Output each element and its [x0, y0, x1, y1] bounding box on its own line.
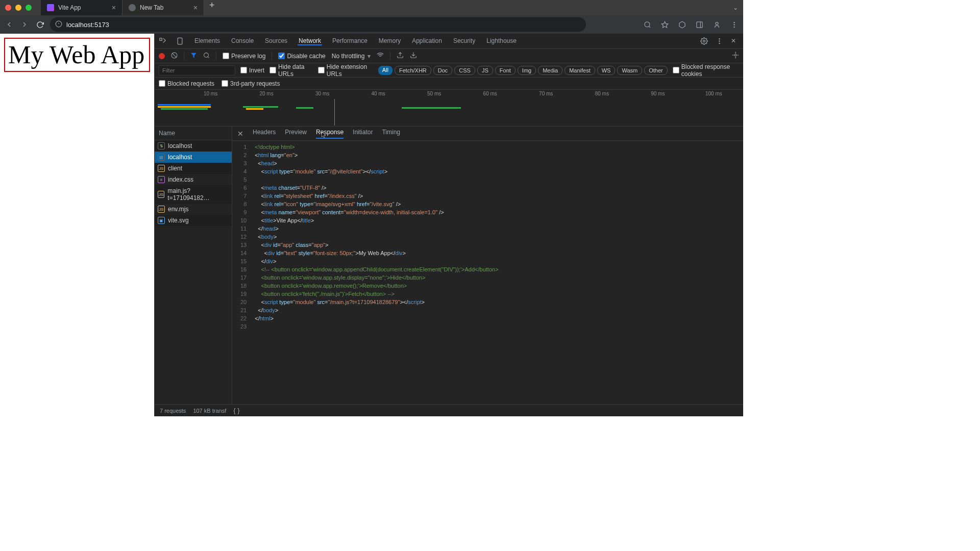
forward-button[interactable] [19, 19, 30, 30]
inspect-icon[interactable] [159, 37, 167, 45]
request-name: main.js?t=171094182… [167, 187, 229, 202]
detail-tab-initiator[interactable]: Initiator [353, 129, 373, 139]
img-file-icon: ▣ [158, 217, 165, 224]
filter-pill-img[interactable]: Img [518, 66, 536, 75]
zoom-icon[interactable] [642, 19, 652, 30]
request-name: localhost [168, 142, 192, 149]
browser-tab-active[interactable]: Vite App × [41, 0, 122, 15]
filter-pill-wasm[interactable]: Wasm [617, 66, 642, 75]
code-line: <button onclick='window.app.style.displa… [255, 273, 498, 282]
devtools-tab-sources[interactable]: Sources [264, 37, 288, 44]
close-detail-icon[interactable]: ✕ [237, 130, 243, 138]
request-row[interactable]: JSenv.mjs [155, 204, 232, 215]
request-row[interactable]: JSclient [155, 163, 232, 174]
devtools-tab-performance[interactable]: Performance [331, 37, 369, 44]
devtools-panel: ElementsConsoleSourcesNetworkPerformance… [154, 34, 743, 416]
request-row[interactable]: ▣vite.svg [155, 215, 232, 226]
search-icon[interactable] [203, 52, 210, 60]
browser-tab[interactable]: New Tab × [122, 0, 204, 15]
tab-overflow-icon[interactable]: ⌄ [733, 4, 738, 11]
close-devtools-icon[interactable]: ✕ [731, 37, 739, 45]
detail-tab-response[interactable]: Response [316, 129, 344, 139]
svg-point-16 [719, 38, 720, 39]
request-row[interactable]: JSmain.js?t=171094182… [155, 185, 232, 204]
filter-pill-font[interactable]: Font [495, 66, 516, 75]
new-tab-button[interactable]: + [204, 0, 220, 15]
detail-tab-headers[interactable]: Headers [253, 129, 276, 139]
tab-close-icon[interactable]: × [112, 4, 116, 12]
window-minimize-button[interactable] [15, 5, 21, 11]
filter-pill-ws[interactable]: WS [597, 66, 616, 75]
invert-checkbox[interactable]: Invert [240, 67, 264, 74]
format-icon[interactable]: { } [233, 407, 239, 414]
preserve-log-checkbox[interactable]: Preserve log [223, 53, 265, 60]
filter-toggle-icon[interactable] [190, 52, 197, 60]
devtools-tab-elements[interactable]: Elements [193, 37, 221, 44]
back-button[interactable] [4, 19, 14, 30]
filter-pill-fetchxhr[interactable]: Fetch/XHR [395, 66, 431, 75]
devtools-tab-network[interactable]: Network [298, 37, 322, 45]
devtools-tab-memory[interactable]: Memory [378, 37, 402, 44]
blocked-requests-checkbox[interactable]: Blocked requests [159, 80, 214, 87]
clear-icon[interactable] [171, 52, 178, 60]
filter-pill-manifest[interactable]: Manifest [565, 66, 595, 75]
timeline-tick: 70 ms [539, 91, 553, 96]
blocked-cookies-checkbox[interactable]: Blocked response cookies [673, 63, 739, 78]
tab-close-icon[interactable]: × [193, 4, 198, 12]
import-har-icon[interactable] [397, 52, 404, 60]
network-timeline[interactable]: 10 ms20 ms30 ms40 ms50 ms60 ms70 ms80 ms… [155, 90, 743, 127]
devtools-tab-console[interactable]: Console [230, 37, 255, 44]
network-filter-row-2: Blocked requests 3rd-party requests [155, 78, 743, 90]
hide-ext-urls-checkbox[interactable]: Hide extension URLs [318, 63, 373, 78]
profile-icon[interactable] [712, 19, 722, 30]
disable-cache-checkbox[interactable]: Disable cache [278, 53, 325, 60]
window-close-button[interactable] [5, 5, 11, 11]
request-name: env.mjs [168, 206, 188, 213]
timeline-tick: 60 ms [483, 91, 497, 96]
third-party-checkbox[interactable]: 3rd-party requests [222, 80, 280, 87]
code-line: </html> [255, 314, 498, 322]
device-toggle-icon[interactable] [176, 37, 184, 45]
filter-pill-all[interactable]: All [378, 66, 393, 75]
detail-tab-preview[interactable]: Preview [285, 129, 307, 139]
devtools-tab-security[interactable]: Security [452, 37, 476, 44]
network-settings-icon[interactable] [732, 52, 739, 60]
code-line: <script type="module" src="/main.js?t=17… [255, 298, 498, 306]
record-button[interactable] [159, 53, 165, 59]
detail-tab-timing[interactable]: Timing [382, 129, 400, 139]
filter-pill-css[interactable]: CSS [454, 66, 475, 75]
export-har-icon[interactable] [410, 52, 417, 60]
settings-icon[interactable] [700, 37, 708, 45]
hide-data-urls-checkbox[interactable]: Hide data URLs [270, 63, 313, 78]
site-info-icon[interactable] [55, 20, 62, 29]
filter-pill-js[interactable]: JS [477, 66, 493, 75]
menu-icon[interactable] [729, 19, 739, 30]
code-line: <!-- <button onclick='window.app.appendC… [255, 265, 498, 273]
address-bar[interactable]: localhost:5173 [50, 17, 586, 32]
code-line: <head> [255, 159, 498, 167]
filter-pill-doc[interactable]: Doc [433, 66, 453, 75]
bookmark-icon[interactable] [659, 19, 670, 30]
filter-input[interactable] [159, 65, 235, 76]
sidepanel-icon[interactable] [694, 19, 704, 30]
window-maximize-button[interactable] [26, 5, 32, 11]
devtools-tab-application[interactable]: Application [411, 37, 443, 44]
request-row[interactable]: #index.css [155, 174, 232, 185]
network-conditions-icon[interactable] [377, 52, 384, 60]
reload-button[interactable] [35, 19, 45, 30]
throttling-select[interactable]: No throttling▾ [332, 53, 371, 60]
request-row[interactable]: ⇅localhost [155, 140, 232, 152]
devtools-tab-lighthouse[interactable]: Lighthouse [485, 37, 518, 44]
response-code-viewer[interactable]: 1234567891011121314151617181920212223 <!… [232, 141, 743, 404]
filter-pill-media[interactable]: Media [538, 66, 562, 75]
request-detail: ✕ HeadersPreviewResponseInitiatorTiming … [232, 127, 743, 404]
svg-rect-13 [178, 38, 182, 44]
svg-point-8 [716, 22, 718, 24]
request-row[interactable]: ▤localhost [155, 152, 232, 163]
extensions-icon[interactable] [677, 19, 687, 30]
code-line: </div> [255, 257, 498, 265]
more-icon[interactable] [716, 37, 724, 45]
doc-file-icon: ▤ [158, 154, 165, 161]
filter-pill-other[interactable]: Other [644, 66, 668, 75]
timeline-tick: 20 ms [259, 91, 273, 96]
